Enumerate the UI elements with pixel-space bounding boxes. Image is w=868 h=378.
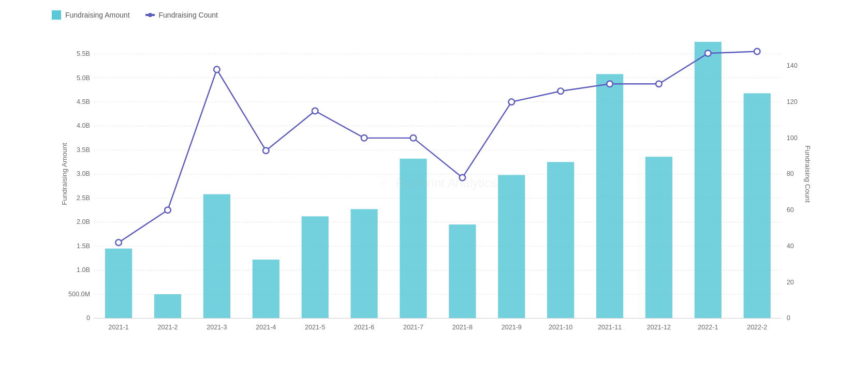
svg-text:2021-6: 2021-6 [354,324,374,331]
svg-point-69 [460,175,466,181]
svg-rect-46 [695,42,722,319]
svg-text:2021-1: 2021-1 [109,324,129,331]
chart-container: Fundraising Amount Fundraising Count ✳ F… [0,0,868,378]
svg-text:2021-9: 2021-9 [502,324,522,331]
svg-text:1.5B: 1.5B [77,243,90,250]
svg-text:2021-12: 2021-12 [647,324,671,331]
svg-text:5.0B: 5.0B [77,74,90,82]
svg-point-68 [410,135,417,141]
svg-text:2021-7: 2021-7 [403,324,423,331]
legend-amount-label: Fundraising Amount [65,11,130,19]
legend-count-line [145,14,155,16]
svg-point-72 [607,81,613,87]
svg-rect-43 [547,162,574,318]
svg-rect-44 [596,74,623,318]
svg-text:Fundraising Amount: Fundraising Amount [61,143,68,205]
svg-point-73 [656,81,662,87]
svg-text:2021-10: 2021-10 [549,324,572,331]
svg-text:2022-1: 2022-1 [698,324,718,331]
svg-rect-39 [350,209,377,318]
svg-text:2021-2: 2021-2 [157,324,178,331]
svg-text:2021-3: 2021-3 [207,324,227,331]
svg-rect-41 [449,224,476,318]
legend-amount: Fundraising Amount [52,10,130,20]
legend: Fundraising Amount Fundraising Count [52,10,827,20]
svg-text:0: 0 [86,314,90,322]
svg-text:4.0B: 4.0B [77,122,90,129]
svg-text:4.5B: 4.5B [77,98,90,105]
svg-text:3.5B: 3.5B [77,146,90,154]
svg-point-66 [312,108,318,114]
svg-text:140: 140 [787,62,798,69]
main-svg: 0500.0M1.0B1.5B2.0B2.5B3.0B3.5B4.0B4.5B5… [47,25,827,341]
svg-rect-47 [744,93,771,318]
svg-text:120: 120 [787,98,798,105]
svg-point-75 [754,49,760,55]
svg-point-64 [214,67,220,73]
svg-text:2022-2: 2022-2 [747,324,767,331]
svg-rect-42 [498,175,525,318]
svg-text:60: 60 [787,206,794,214]
svg-text:3.0B: 3.0B [77,170,90,177]
svg-text:2021-11: 2021-11 [598,324,622,331]
svg-rect-37 [253,260,279,318]
svg-text:2021-8: 2021-8 [452,324,473,331]
legend-count: Fundraising Count [145,11,218,19]
svg-text:100: 100 [787,134,798,142]
svg-text:500.0M: 500.0M [68,291,90,298]
svg-point-62 [115,239,122,246]
svg-text:2021-4: 2021-4 [256,324,276,331]
legend-amount-box [52,10,61,20]
svg-point-71 [557,88,564,94]
svg-text:0: 0 [787,314,790,322]
svg-rect-34 [105,249,132,319]
svg-rect-40 [400,159,426,319]
svg-rect-38 [302,216,329,318]
svg-text:20: 20 [787,279,794,286]
svg-point-67 [361,135,367,141]
svg-text:40: 40 [787,243,794,250]
chart-area: ✳ Footprint Analytics 0500.0M1.0B1.5B2.0… [47,25,827,341]
svg-point-74 [705,50,711,56]
svg-text:5.5B: 5.5B [77,50,90,57]
svg-rect-45 [645,157,672,318]
svg-text:Fundraising Count: Fundraising Count [804,145,812,203]
svg-point-70 [508,99,514,105]
svg-text:80: 80 [787,170,794,177]
legend-count-label: Fundraising Count [159,11,218,19]
svg-point-63 [165,207,171,213]
svg-text:2.5B: 2.5B [77,194,90,202]
svg-text:2.0B: 2.0B [77,218,90,225]
svg-rect-35 [154,294,181,318]
svg-point-65 [263,147,269,154]
svg-text:1.0B: 1.0B [77,266,90,274]
svg-text:2021-5: 2021-5 [305,324,325,331]
svg-rect-36 [203,194,230,319]
